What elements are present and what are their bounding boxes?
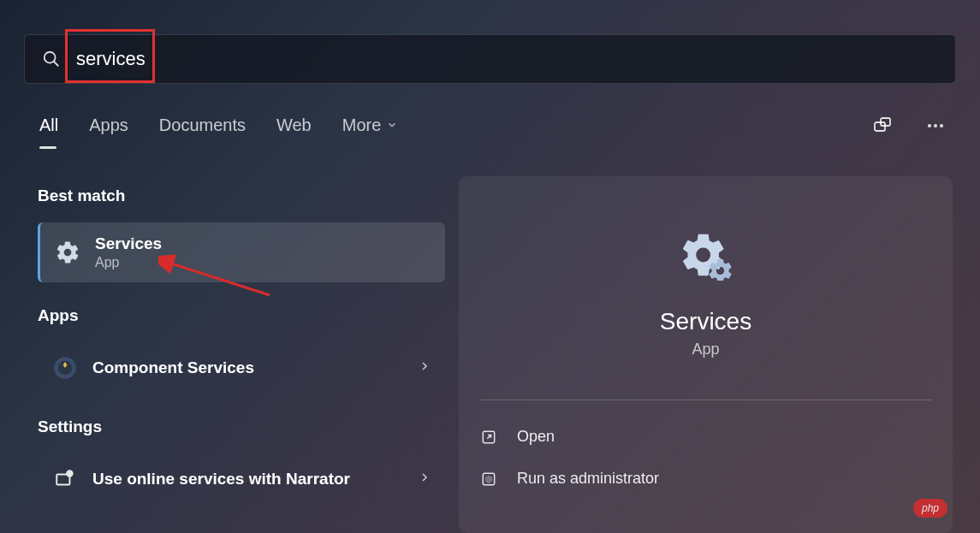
component-services-icon xyxy=(51,354,79,382)
section-apps: Apps xyxy=(38,306,445,325)
result-text: Component Services xyxy=(92,358,418,377)
chevron-down-icon xyxy=(386,115,398,135)
chevron-right-icon xyxy=(418,471,431,488)
section-settings: Settings xyxy=(38,418,445,436)
details-subtitle: App xyxy=(692,341,719,358)
result-services[interactable]: Services App xyxy=(38,222,445,282)
more-options-icon[interactable] xyxy=(925,115,946,136)
action-open[interactable]: Open xyxy=(479,416,932,458)
result-subtitle: App xyxy=(95,255,431,270)
details-actions: Open Run as administrator xyxy=(479,416,932,500)
filter-tabs: All Apps Documents Web More xyxy=(39,115,398,140)
chat-icon[interactable] xyxy=(872,115,893,136)
watermark: php xyxy=(913,499,947,518)
action-label: Open xyxy=(517,428,555,446)
result-title: Use online services with Narrator xyxy=(92,470,418,489)
svg-rect-2 xyxy=(875,122,885,131)
tab-more-label: More xyxy=(342,115,382,135)
text-post: with Narrator xyxy=(244,470,350,488)
text-bold: Services xyxy=(187,358,254,376)
tab-web[interactable]: Web xyxy=(276,115,312,140)
tab-more[interactable]: More xyxy=(342,115,399,140)
result-text: Services App xyxy=(95,234,431,270)
text-pre: Component xyxy=(92,358,187,376)
svg-line-1 xyxy=(54,62,59,67)
divider xyxy=(479,400,932,400)
tab-apps[interactable]: Apps xyxy=(89,115,128,140)
narrator-icon xyxy=(51,465,79,493)
result-text: Use online services with Narrator xyxy=(92,470,418,489)
action-label: Run as administrator xyxy=(517,470,659,488)
chevron-right-icon xyxy=(418,359,431,376)
result-narrator-services[interactable]: Use online services with Narrator xyxy=(38,453,445,505)
result-title: Component Services xyxy=(92,358,418,377)
details-panel: Services App Open Run as administrator xyxy=(459,176,953,533)
svg-point-4 xyxy=(928,124,931,127)
svg-point-0 xyxy=(45,52,56,63)
search-icon xyxy=(42,50,61,68)
tab-documents[interactable]: Documents xyxy=(159,115,246,140)
text-pre: Use online xyxy=(92,470,179,488)
search-results: Best match Services App Apps Component S… xyxy=(38,187,445,510)
details-title: Services xyxy=(660,308,751,335)
action-run-admin[interactable]: Run as administrator xyxy=(479,458,932,500)
result-component-services[interactable]: Component Services xyxy=(38,342,445,394)
shield-icon xyxy=(479,471,498,488)
search-bar[interactable] xyxy=(24,34,956,84)
header-actions xyxy=(872,115,946,136)
result-title: Services xyxy=(95,234,431,253)
svg-point-5 xyxy=(934,124,937,127)
gear-icon xyxy=(54,239,81,266)
section-best-match: Best match xyxy=(38,187,445,205)
details-gear-icon xyxy=(679,228,734,282)
svg-point-6 xyxy=(940,124,943,127)
open-icon xyxy=(479,429,498,446)
text-bold: services xyxy=(179,470,244,488)
search-input[interactable] xyxy=(76,48,938,70)
svg-point-10 xyxy=(67,471,73,477)
tab-all[interactable]: All xyxy=(39,115,58,140)
